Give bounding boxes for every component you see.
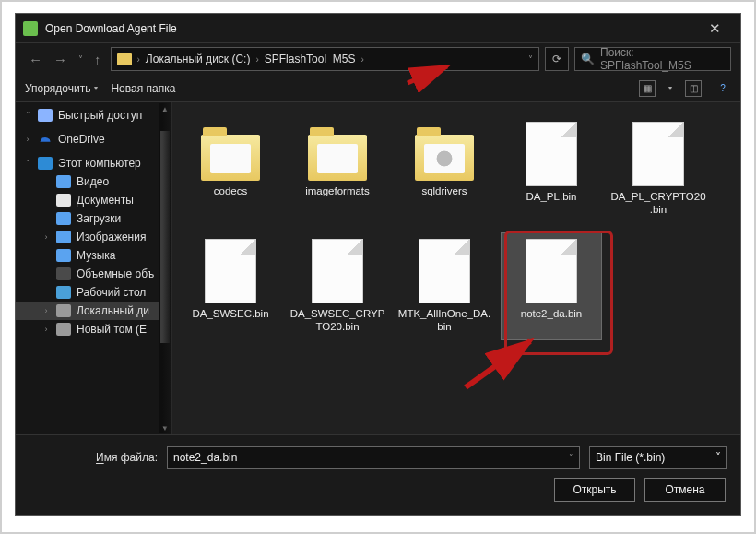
- file-item-label: codecs: [214, 184, 247, 197]
- tree-item[interactable]: ›Новый том (E: [16, 320, 171, 338]
- breadcrumb-item[interactable]: SPFlashTool_M5S: [265, 53, 356, 65]
- dialog-body: ˅Быстрый доступ›OneDrive˅Этот компьютерВ…: [16, 102, 740, 434]
- titlebar: Open Download Agent File ✕: [16, 14, 740, 43]
- tree-item-label: Рабочий стол: [77, 286, 146, 299]
- folder-icon: [117, 53, 132, 65]
- search-input[interactable]: 🔍 Поиск: SPFlashTool_M5S: [574, 47, 731, 71]
- tree-item-icon: [56, 323, 71, 336]
- nav-recent-button[interactable]: ˅: [75, 53, 87, 66]
- tree-item[interactable]: ›Изображения: [16, 228, 171, 246]
- tree-item-label: Быстрый доступ: [58, 109, 142, 122]
- tree-item[interactable]: Рабочий стол: [16, 283, 171, 302]
- chevron-down-icon[interactable]: ▾: [668, 84, 672, 92]
- file-icon: [626, 122, 691, 186]
- file-item[interactable]: sqldrivers: [394, 115, 495, 223]
- tree-item-icon: [56, 194, 71, 207]
- tree-item-icon: [56, 231, 71, 243]
- preview-pane-button[interactable]: ◫: [685, 80, 702, 97]
- tree-item[interactable]: ›OneDrive: [16, 130, 171, 148]
- tree-item[interactable]: ›Локальный ди: [16, 302, 171, 320]
- toolbar: Упорядочить▾ Новая папка ▦ ▾ ◫ ?: [16, 75, 740, 102]
- file-icon: [519, 122, 584, 186]
- file-item[interactable]: DA_PL_CRYPTO20.bin: [608, 115, 709, 223]
- file-item-label: note2_da.bin: [521, 307, 583, 320]
- chevron-down-icon: ▾: [94, 84, 98, 92]
- file-item[interactable]: imageformats: [287, 115, 388, 223]
- close-button[interactable]: ✕: [696, 20, 733, 37]
- file-icon: [519, 239, 584, 303]
- tree-item-label: Новый том (E: [77, 323, 147, 336]
- file-pane[interactable]: codecsimageformatssqldriversDA_PL.binDA_…: [172, 102, 740, 434]
- chevron-down-icon[interactable]: ˅: [715, 451, 721, 464]
- folder-icon: [308, 135, 367, 181]
- breadcrumb[interactable]: › Локальный диск (C:) › SPFlashTool_M5S …: [111, 47, 540, 71]
- window-title: Open Download Agent File: [45, 22, 696, 35]
- tree-item-label: Видео: [77, 175, 109, 188]
- tree-item[interactable]: ˅Быстрый доступ: [16, 106, 171, 125]
- tree-item[interactable]: Загрузки: [16, 209, 171, 228]
- tree-item[interactable]: ˅Этот компьютер: [16, 154, 171, 172]
- tree-item[interactable]: Музыка: [16, 246, 171, 265]
- chevron-icon: ›: [23, 135, 32, 144]
- nav-back-button[interactable]: ←: [25, 50, 46, 69]
- file-item[interactable]: MTK_AllInOne_DA.bin: [394, 232, 495, 340]
- file-item-label: DA_PL.bin: [526, 190, 577, 203]
- open-button[interactable]: Открыть: [554, 478, 635, 502]
- filename-label: Имя файла:: [29, 451, 158, 464]
- tree-item-label: Изображения: [77, 231, 146, 243]
- chevron-icon: ˅: [23, 159, 32, 168]
- scroll-up-icon[interactable]: ▲: [159, 103, 171, 114]
- file-item-label: MTK_AllInOne_DA.bin: [396, 307, 492, 334]
- scroll-thumb[interactable]: [160, 131, 170, 343]
- tree-item-label: Объемные объ: [77, 267, 154, 280]
- breadcrumb-sep: ›: [360, 54, 363, 65]
- filename-input[interactable]: note2_da.bin ˅: [167, 446, 580, 469]
- nav-up-button[interactable]: ↑: [90, 50, 105, 69]
- view-button[interactable]: ▦: [639, 80, 656, 97]
- organize-button[interactable]: Упорядочить▾: [25, 82, 98, 95]
- breadcrumb-dropdown[interactable]: ˅: [528, 54, 533, 65]
- app-icon: [23, 21, 38, 36]
- bottom-panel: Имя файла: note2_da.bin ˅ Bin File (*.bi…: [16, 434, 740, 515]
- folder-icon: [415, 135, 474, 181]
- tree-item-label: Этот компьютер: [58, 157, 141, 170]
- tree-item-label: Загрузки: [77, 212, 121, 225]
- tree-item[interactable]: Документы: [16, 191, 171, 209]
- file-item-label: DA_SWSEC.bin: [192, 307, 268, 320]
- file-item[interactable]: DA_SWSEC.bin: [180, 232, 281, 340]
- file-icon: [412, 239, 477, 303]
- new-folder-button[interactable]: Новая папка: [111, 82, 175, 95]
- tree-item[interactable]: Объемные объ: [16, 265, 171, 283]
- tree-item-icon: [56, 212, 71, 225]
- help-button[interactable]: ?: [715, 80, 731, 97]
- tree-item-icon: [56, 175, 71, 188]
- tree-item-icon: [56, 267, 71, 280]
- file-item-label: DA_SWSEC_CRYPTO20.bin: [289, 307, 385, 334]
- address-bar-row: ← → ˅ ↑ › Локальный диск (C:) › SPFlashT…: [16, 43, 740, 75]
- folder-icon: [201, 135, 260, 181]
- file-item[interactable]: DA_SWSEC_CRYPTO20.bin: [287, 232, 388, 340]
- nav-tree: ˅Быстрый доступ›OneDrive˅Этот компьютерВ…: [16, 102, 172, 434]
- file-item[interactable]: DA_PL.bin: [501, 115, 602, 223]
- cancel-button[interactable]: Отмена: [644, 478, 726, 502]
- tree-item-icon: [38, 133, 53, 146]
- file-item[interactable]: note2_da.bin: [501, 232, 602, 340]
- sidebar-scrollbar[interactable]: ▲ ▼: [159, 103, 171, 433]
- tree-item-label: Музыка: [77, 249, 115, 262]
- file-icon: [198, 239, 263, 303]
- tree-item-icon: [38, 109, 53, 122]
- file-item[interactable]: codecs: [180, 115, 281, 223]
- breadcrumb-item[interactable]: Локальный диск (C:): [146, 53, 251, 65]
- file-item-label: imageformats: [305, 184, 370, 197]
- tree-item[interactable]: Видео: [16, 172, 171, 191]
- refresh-button[interactable]: ⟳: [545, 47, 569, 71]
- scroll-down-icon[interactable]: ▼: [159, 422, 171, 433]
- breadcrumb-sep: ›: [137, 54, 140, 65]
- chevron-icon: ˅: [23, 111, 32, 120]
- file-item-label: sqldrivers: [421, 184, 467, 197]
- search-icon: 🔍: [581, 53, 595, 65]
- file-type-filter[interactable]: Bin File (*.bin) ˅: [589, 446, 727, 469]
- open-file-dialog: Open Download Agent File ✕ ← → ˅ ↑ › Лок…: [15, 13, 741, 516]
- nav-forward-button[interactable]: →: [50, 50, 71, 69]
- chevron-down-icon[interactable]: ˅: [569, 453, 573, 462]
